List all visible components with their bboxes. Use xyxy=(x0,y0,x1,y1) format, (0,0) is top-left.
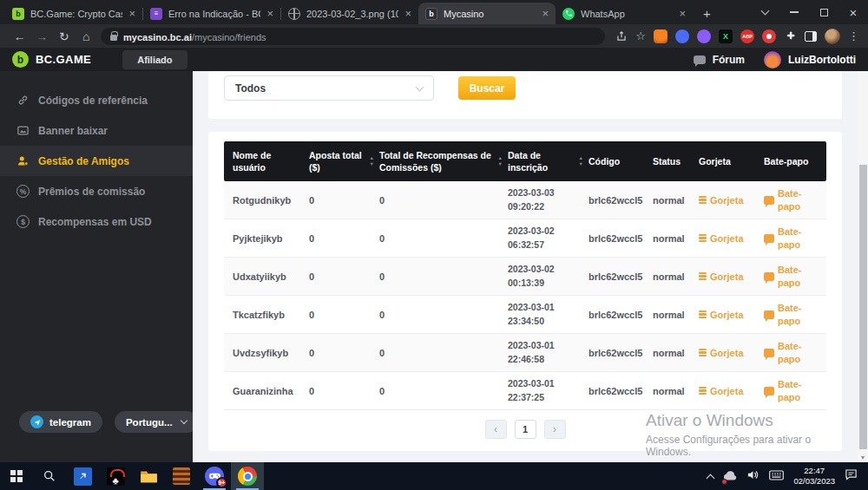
new-tab-button[interactable]: + xyxy=(703,6,711,21)
sidebar-item-friends-management[interactable]: Gestão de Amigos xyxy=(0,146,193,176)
affiliate-nav-button[interactable]: Afiliado xyxy=(122,50,187,69)
adblock-extension-icon[interactable]: ABP xyxy=(740,29,754,43)
tab-erro-indicacao[interactable]: ≡ Erro na Indicação - BC.Game × xyxy=(143,3,280,24)
reload-icon[interactable]: ↻ xyxy=(53,29,76,43)
cell-code: brlc62wccl5 xyxy=(589,386,653,396)
watermark-title: Ativar o Windows xyxy=(646,411,858,430)
sidebar-item-referral-codes[interactable]: Códigos de referência xyxy=(0,85,193,115)
tray-expand-chevron-icon[interactable] xyxy=(707,474,715,482)
tab-close-icon[interactable]: × xyxy=(266,7,273,20)
tip-link[interactable]: Gorjeta xyxy=(699,348,764,358)
cell-bet-total: 0 xyxy=(309,195,379,206)
chat-link[interactable]: Bate-papo xyxy=(764,302,826,327)
chat-link[interactable]: Bate-papo xyxy=(764,340,826,365)
tab-close-icon[interactable]: × xyxy=(404,7,411,20)
telegram-button[interactable]: telegram xyxy=(19,411,102,433)
chat-link[interactable]: Bate-papo xyxy=(764,187,826,212)
sidebar-item-label: Banner baixar xyxy=(38,125,108,137)
close-button[interactable]: × xyxy=(838,0,868,24)
chrome-taskbar-button[interactable] xyxy=(231,462,264,490)
sidebar-item-commission-prizes[interactable]: % Prêmios de comissão xyxy=(0,176,193,206)
tip-link[interactable]: Gorjeta xyxy=(699,233,764,244)
sidebar-item-banner-download[interactable]: Banner baixar xyxy=(0,115,193,146)
tab-bcgame-home[interactable]: b BC.Game: Crypto Casino Gan × xyxy=(5,3,142,24)
tab-title: WhatsApp xyxy=(581,9,673,19)
next-page-button[interactable]: › xyxy=(544,420,566,439)
tab-close-icon[interactable]: × xyxy=(128,7,135,20)
current-page-button[interactable]: 1 xyxy=(515,420,536,439)
tray-status-alert-icon[interactable] xyxy=(723,468,737,484)
sidebar-item-usd-rewards[interactable]: $ Recompensas em USD xyxy=(0,206,193,237)
chat-link[interactable]: Bate-papo xyxy=(764,264,826,289)
taskbar-app-blue-arrow[interactable] xyxy=(66,462,99,490)
side-panel-icon[interactable] xyxy=(805,31,817,42)
tab-close-icon[interactable]: × xyxy=(542,7,549,20)
language-selector[interactable]: Portugu... xyxy=(115,411,198,433)
extensions-puzzle-icon[interactable] xyxy=(784,29,797,42)
sort-icon[interactable]: ▲▼ xyxy=(579,156,583,167)
forum-link[interactable]: Fórum xyxy=(713,54,745,66)
browser-profile-avatar[interactable] xyxy=(825,29,840,44)
taskbar-game-app[interactable]: 9+ xyxy=(198,462,231,490)
taskbar-clock[interactable]: 22:47 02/03/2023 xyxy=(793,466,835,487)
friend-type-select[interactable]: Todos xyxy=(224,75,434,101)
page-scrollbar[interactable]: ▼ xyxy=(858,71,868,462)
col-commission-rewards[interactable]: Total de Recompensas de Comissões ($)▲▼ xyxy=(379,149,508,173)
maximize-button[interactable] xyxy=(809,0,838,24)
red-extension-icon[interactable] xyxy=(762,29,776,43)
prev-page-button[interactable]: ‹ xyxy=(485,420,507,439)
user-avatar[interactable] xyxy=(764,51,781,69)
chat-link[interactable]: Bate-papo xyxy=(764,378,826,403)
scrollbar-down-arrow[interactable]: ▼ xyxy=(858,454,868,461)
cell-bet-total: 0 xyxy=(309,386,379,396)
tab-whatsapp[interactable]: WhatsApp × xyxy=(556,3,693,24)
sort-icon[interactable]: ▲▼ xyxy=(370,156,374,167)
keyboard-icon[interactable] xyxy=(769,468,784,484)
tab-mycasino-active[interactable]: b Mycasino × xyxy=(418,3,556,24)
tab-search-chevron-icon[interactable] xyxy=(750,0,779,24)
taskbar-search-button[interactable] xyxy=(33,462,66,490)
address-bar[interactable]: mycasino.bc.ai/mycasino/friends xyxy=(101,28,605,45)
minimize-button[interactable] xyxy=(779,0,809,24)
friends-table-card: Nome de usuário Aposta total ($)▲▼ Total… xyxy=(208,132,842,451)
tab-png-image[interactable]: 2023-03-02_3.png (1024×76 × xyxy=(281,3,418,24)
metamask-extension-icon[interactable] xyxy=(654,29,667,43)
action-center-icon[interactable] xyxy=(845,468,858,484)
tip-link[interactable]: Gorjeta xyxy=(699,310,764,320)
purple-extension-icon[interactable] xyxy=(697,29,711,43)
volume-icon[interactable] xyxy=(746,468,760,484)
sort-icon[interactable]: ▲▼ xyxy=(498,156,503,167)
chat-bubble-icon xyxy=(764,310,774,319)
money-icon xyxy=(699,234,707,243)
col-bet-total[interactable]: Aposta total ($)▲▼ xyxy=(309,149,379,173)
windows-activation-watermark: Ativar o Windows Acesse Configurações pa… xyxy=(646,411,858,458)
chevron-down-icon xyxy=(416,82,424,91)
bcgame-logo[interactable]: b xyxy=(12,51,29,68)
bookmark-star-icon[interactable]: ☆ xyxy=(635,29,646,42)
back-icon[interactable]: ← xyxy=(9,29,31,43)
tip-link[interactable]: Gorjeta xyxy=(699,386,764,396)
tab-close-icon[interactable]: × xyxy=(679,7,686,20)
cell-status: normal xyxy=(653,310,699,320)
blue-extension-icon[interactable] xyxy=(675,29,689,43)
username[interactable]: LuizBortolotti xyxy=(788,54,856,66)
taskbar-app-stripes[interactable] xyxy=(165,462,198,490)
tip-link[interactable]: Gorjeta xyxy=(699,195,764,206)
col-tip: Gorjeta xyxy=(699,155,764,167)
search-button[interactable]: Buscar xyxy=(458,76,516,100)
start-button[interactable] xyxy=(0,462,33,490)
col-signup-date[interactable]: Data de inscrição▲▼ xyxy=(508,149,589,173)
forward-icon[interactable]: → xyxy=(31,29,54,43)
taskbar-app-casino[interactable]: ♣ xyxy=(99,462,132,490)
tip-link[interactable]: Gorjeta xyxy=(699,271,764,282)
chat-link[interactable]: Bate-papo xyxy=(764,225,826,251)
x-extension-icon[interactable]: X xyxy=(719,29,733,43)
browser-menu-icon[interactable]: ⋮ xyxy=(848,29,859,42)
share-icon[interactable] xyxy=(615,30,628,42)
scrollbar-thumb[interactable] xyxy=(859,165,867,449)
cell-rewards: 0 xyxy=(379,195,508,206)
cell-username: Uvdzsyfikyb xyxy=(233,348,309,358)
home-icon[interactable]: ⌂ xyxy=(76,29,98,43)
file-explorer-button[interactable] xyxy=(132,462,165,490)
cell-rewards: 0 xyxy=(379,348,508,358)
